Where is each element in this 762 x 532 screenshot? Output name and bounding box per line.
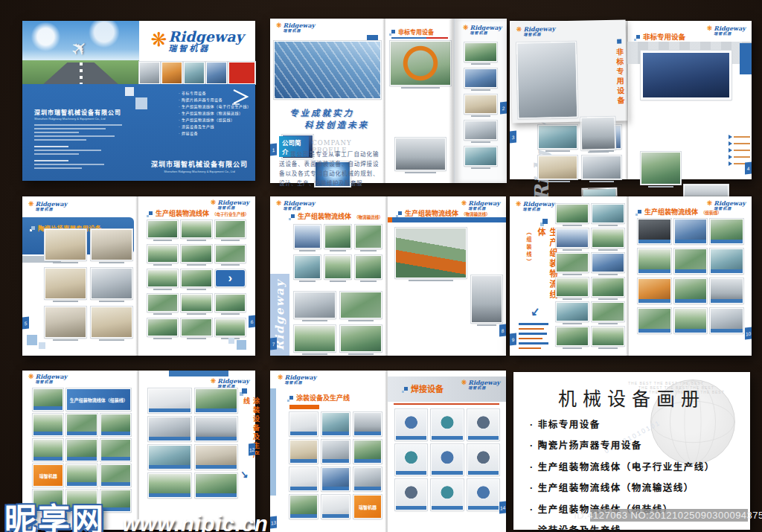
profile-body-text: 我公司是专业从事工厂自动化输送设备、表面涂装设备、自动焊接设备以及各式专用自动化… xyxy=(279,150,379,189)
pinwheel-icon: ❋ xyxy=(28,201,34,208)
section-header: 生产组装物流线体 （电子行业生产线） xyxy=(149,208,249,218)
caption-line xyxy=(360,250,377,251)
photo-tile xyxy=(340,325,382,352)
machine-photo xyxy=(516,42,577,119)
photo-tile xyxy=(33,388,63,411)
photo-tile xyxy=(147,294,178,312)
catalog-list-item: 非标专用设备 xyxy=(530,417,715,431)
caption-line xyxy=(153,313,172,315)
pinwheel-icon: ❋ xyxy=(28,374,34,380)
section-title: 焊接设备 xyxy=(411,382,444,394)
logo-en: Ridgeway xyxy=(36,201,68,207)
pinwheel-icon: ❋ xyxy=(276,200,282,207)
machine-photo xyxy=(641,51,731,100)
triangle-icon xyxy=(729,148,732,153)
photo-tile xyxy=(195,445,238,469)
logistics-right-page: ❋Ridgeway瑞智机器 生产组装物流线体 （物流输送线） 8 xyxy=(388,196,506,356)
caption-line xyxy=(598,347,618,349)
deco-square xyxy=(237,340,246,350)
caption-line xyxy=(299,250,316,251)
caption-line xyxy=(471,63,491,65)
logo-en: Ridgeway xyxy=(523,201,555,207)
catalog-list-item: 涂装设备及生产线 xyxy=(179,124,252,130)
catalog-list-item: 陶瓷片扬声器专用设备 xyxy=(530,438,715,452)
nonstandard-right-page: ❋Ridgeway瑞智机器 非标专用设备 4 xyxy=(627,21,752,179)
logo-en: Ridgeway xyxy=(168,30,243,44)
photo-grid xyxy=(638,219,743,333)
caption-line xyxy=(99,301,125,302)
section-header: 非标专用设备 xyxy=(636,31,685,42)
caption-line xyxy=(563,274,583,275)
photo-tile xyxy=(294,255,321,279)
logo-cn: 瑞智机器 xyxy=(36,208,68,211)
ridgeway-logo: ❋Ridgeway瑞智机器 xyxy=(276,22,315,33)
slogan-line1: 专业成就实力 xyxy=(289,108,354,119)
page-number-tab: 2 xyxy=(500,102,507,115)
photo-tile xyxy=(592,278,624,297)
caption-line xyxy=(187,240,205,241)
caption-line xyxy=(53,339,79,341)
ridgeway-logo: ❋Ridgeway瑞智机器 xyxy=(516,201,554,211)
logistics-left-page: ❋Ridgeway瑞智机器 生产组装物流线体 （物流输送线） Ridgeway … xyxy=(270,196,388,356)
ridgeway-logo: ❋Ridgeway瑞智机器 xyxy=(463,25,502,35)
caption-line xyxy=(598,274,618,275)
photo-tile xyxy=(215,318,246,336)
photo-grid: 瑞智机器 xyxy=(289,412,382,519)
index-page: THE BEST THE BEST THE BEST THE BEST THE … xyxy=(513,372,750,530)
bullet-square-icon xyxy=(636,35,640,39)
logo-cn: 瑞智机器 xyxy=(468,386,500,390)
cover-sky-photo: ✈ xyxy=(22,21,139,84)
conveyor-photo xyxy=(395,228,467,278)
photo-tile xyxy=(100,464,131,487)
logo-en: Ridgeway xyxy=(714,25,746,31)
caption-line xyxy=(153,264,172,266)
company-name-en: Shenzhen Ridgeway Machinery & Equipment … xyxy=(34,117,129,121)
nonstandard-left-sheet: ❋Ridgeway瑞智机器 非标专用设备 xyxy=(510,19,628,123)
assembly-left-page: ❋Ridgeway瑞智机器 生产组装物流线体 （组装线） ↙ 9 xyxy=(510,196,629,356)
photo-tile xyxy=(148,417,191,441)
photo-tile xyxy=(592,204,624,223)
photo-tile xyxy=(289,467,318,491)
photo-tile xyxy=(710,278,743,304)
catalog-list-item: 生产组装物流线体（物流输送线） xyxy=(179,110,252,117)
ceramic-electronic-spread: ❋Ridgeway瑞智机器 陶瓷片扬声器专用设备 5 ❋Ridgeway瑞智机器… xyxy=(22,196,255,356)
photo-tile xyxy=(181,294,211,312)
photo-tile xyxy=(638,219,671,244)
caption-line xyxy=(348,320,374,321)
page-number-tab: 6 xyxy=(249,315,255,328)
bullet-square-icon xyxy=(149,211,153,215)
photo-tile xyxy=(206,62,227,84)
photo-tile xyxy=(638,249,671,274)
page-number-tab: 4 xyxy=(745,162,752,175)
profile-left-page: ❋Ridgeway瑞智机器 专业成就实力 科技创造未来 公司简介 COMPANY… xyxy=(270,19,385,183)
pinwheel-icon: ❋ xyxy=(461,200,467,207)
photo-tile xyxy=(324,255,351,279)
ridgeway-logo: ❋Ridgeway瑞智机器 xyxy=(28,374,67,384)
caption-line xyxy=(360,281,377,282)
red-underline xyxy=(394,403,499,405)
caption-line xyxy=(99,262,125,263)
section-header: 涂装设备及生产线 xyxy=(289,393,350,403)
nipic-preview-canvas: ✈ ❋ Ridgeway瑞智机器 深圳市瑞智机械设备有限公司 Shenzhen … xyxy=(0,0,762,532)
caption-line xyxy=(598,249,618,251)
painting-left-page: ❋Ridgeway瑞智机器 涂装设备及生产线 瑞智机器 13 xyxy=(270,371,388,532)
section-subtitle: （电子行业生产线） xyxy=(212,211,249,217)
photo-tile xyxy=(464,147,497,166)
photo-tile xyxy=(33,414,63,436)
photo-tile xyxy=(324,225,351,249)
photo-tile xyxy=(592,302,624,321)
welding-right-page: ❋Ridgeway瑞智机器 焊接设备 14 xyxy=(388,371,506,532)
photo-tile xyxy=(556,327,589,346)
photo-tile xyxy=(355,255,382,279)
page-number-tab: 1 xyxy=(270,144,277,156)
photo-tile xyxy=(464,94,497,114)
section-title: 非标专用设备 xyxy=(398,28,434,36)
caption-line xyxy=(53,301,79,302)
caption-line xyxy=(302,353,328,355)
machine-photo xyxy=(471,275,502,323)
deco-square xyxy=(135,97,147,109)
logo-en: Ridgeway xyxy=(468,200,500,206)
pinwheel-icon: ❋ xyxy=(707,25,713,32)
photo-tile xyxy=(321,495,350,519)
photo-grid xyxy=(294,225,382,279)
